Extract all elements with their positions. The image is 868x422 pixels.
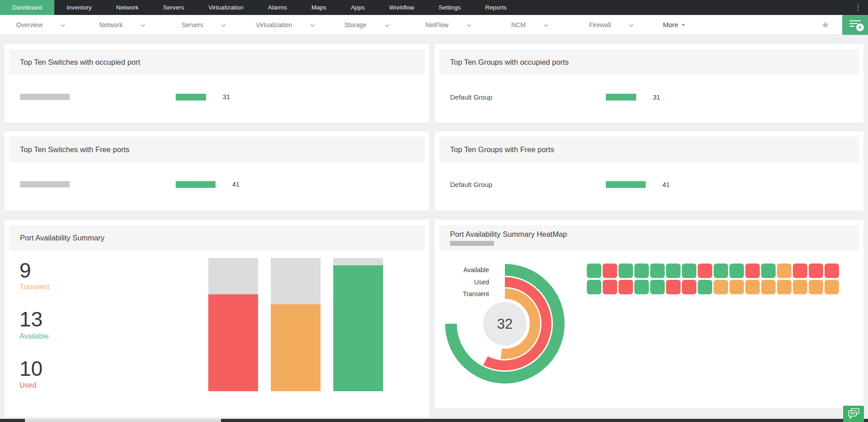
horizontal-scrollbar[interactable]	[0, 419, 868, 422]
row-value: 31	[223, 93, 230, 101]
column-remainder	[271, 258, 321, 304]
heatmap-cell[interactable]	[761, 280, 776, 294]
heatmap-cell[interactable]	[793, 264, 807, 278]
heatmap-cell[interactable]	[714, 280, 728, 294]
scrollbar-thumb[interactable]	[25, 419, 221, 422]
heatmap-cell[interactable]	[761, 264, 776, 278]
menu-line-icon	[849, 23, 858, 24]
panel-groups-occupied: Top Ten Groups with occupied ports Defau…	[435, 44, 863, 122]
panel-title: Top Ten Groups with occupied ports	[450, 58, 859, 67]
heatmap-cell[interactable]	[729, 280, 744, 294]
heatmap-cell[interactable]	[714, 264, 728, 278]
heatmap-cell[interactable]	[809, 280, 823, 294]
heatmap-cell[interactable]	[650, 264, 665, 278]
tab-more[interactable]: More	[663, 21, 685, 29]
top-ten-rows: Default Group41	[435, 181, 863, 188]
subtab-netflow[interactable]: NetFlow	[408, 21, 489, 29]
kebab-menu-icon[interactable]: ⋮	[849, 0, 868, 15]
heatmap-cell[interactable]	[745, 280, 760, 294]
nav-item-network[interactable]: Network	[104, 0, 151, 15]
caret-down-icon	[681, 24, 685, 26]
nav-item-virtualization[interactable]: Virtualization	[197, 0, 256, 15]
heatmap-cell[interactable]	[603, 280, 617, 294]
heatmap-cell[interactable]	[619, 264, 633, 278]
nav-item-workflow[interactable]: Workflow	[377, 0, 426, 15]
heatmap-cell[interactable]	[682, 280, 696, 294]
panel-header: Top Ten Switches with Free ports	[9, 137, 425, 162]
nav-item-apps[interactable]: Apps	[339, 0, 377, 15]
panel-switches-occupied: Top Ten Switches with occupied port 31	[5, 44, 429, 122]
nav-item-inventory[interactable]: Inventory	[54, 0, 104, 15]
stat-transient: 9Transient	[19, 259, 49, 291]
heatmap-cell[interactable]	[619, 280, 633, 294]
heatmap-cell[interactable]	[587, 280, 601, 294]
panel-header: Top Ten Groups with occupied ports	[439, 49, 859, 75]
heatmap-cell[interactable]	[587, 264, 601, 278]
subtab-label: Overview	[16, 21, 43, 29]
panel-header: Port Availability Summary	[9, 225, 425, 250]
chevron-down-icon	[629, 21, 633, 29]
heatmap-cell[interactable]	[666, 264, 681, 278]
chevron-down-icon	[141, 21, 145, 29]
redacted-label	[20, 181, 70, 187]
heatmap-cell[interactable]	[698, 264, 712, 278]
row-value-bar	[176, 181, 216, 188]
top-navbar: DashboardInventoryNetworkServersVirtuali…	[0, 0, 868, 15]
heatmap-cell[interactable]	[650, 280, 665, 294]
nav-item-settings[interactable]: Settings	[427, 0, 473, 15]
top-ten-row: Default Group41	[435, 181, 863, 188]
heatmap-cell[interactable]	[729, 264, 744, 278]
subtab-virtualization[interactable]: Virtualization	[245, 21, 326, 29]
subtab-label: Network	[99, 21, 122, 29]
heatmap-cell[interactable]	[666, 280, 681, 294]
chevron-down-icon	[221, 21, 226, 29]
panel-title: Port Availability Summary HeatMap	[450, 230, 859, 239]
nav-item-maps[interactable]: Maps	[299, 0, 339, 15]
heatmap-cell[interactable]	[682, 264, 696, 278]
chat-support-button[interactable]	[843, 406, 864, 422]
subtab-firewall[interactable]: Firewall	[571, 21, 652, 29]
nav-item-servers[interactable]: Servers	[151, 0, 197, 15]
ring-label-available: Available	[435, 266, 489, 273]
heatmap-cell[interactable]	[634, 264, 649, 278]
dashboard-subnav: OverviewNetworkServersVirtualizationStor…	[0, 15, 868, 35]
heatmap-cell[interactable]	[825, 264, 839, 278]
nav-item-alarms[interactable]: Alarms	[256, 0, 299, 15]
nav-item-reports[interactable]: Reports	[473, 0, 519, 15]
radial-bar-chart: 32	[437, 256, 573, 392]
stat-label: Used	[19, 381, 49, 389]
subtab-storage[interactable]: Storage	[326, 21, 408, 29]
subtab-servers[interactable]: Servers	[163, 21, 245, 29]
heatmap-cell[interactable]	[809, 264, 823, 278]
heatmap-cell[interactable]	[698, 280, 712, 294]
column-fill	[208, 294, 258, 391]
subtab-network[interactable]: Network	[82, 21, 163, 29]
subtab-label: Virtualization	[256, 21, 292, 29]
heatmap-cell[interactable]	[777, 280, 791, 294]
heatmap-cell[interactable]	[745, 264, 760, 278]
add-dashboard-button[interactable]: +	[842, 15, 868, 35]
subtab-ncm[interactable]: NCM	[489, 21, 571, 29]
row-label	[20, 181, 176, 187]
panel-header: Top Ten Switches with occupied port	[9, 49, 425, 75]
heatmap-cell[interactable]	[634, 280, 649, 294]
subtab-overview[interactable]: Overview	[0, 21, 82, 29]
heatmap-cell[interactable]	[603, 264, 617, 278]
heatmap-grid	[587, 264, 839, 294]
nav-item-dashboard[interactable]: Dashboard	[0, 0, 54, 15]
summary-stats: 9Transient13Available10Used	[19, 259, 49, 407]
top-ten-rows: 31	[5, 93, 429, 101]
heatmap-cell[interactable]	[793, 280, 807, 294]
heatmap-cell[interactable]	[825, 280, 839, 294]
favorite-star-icon[interactable]: ★	[821, 19, 830, 30]
column-remainder	[208, 258, 258, 294]
top-nav-items: DashboardInventoryNetworkServersVirtuali…	[0, 0, 519, 15]
svg-text:32: 32	[497, 316, 513, 332]
heatmap-cell[interactable]	[777, 264, 791, 278]
row-value: 41	[662, 181, 670, 188]
subtab-label: Servers	[182, 21, 203, 29]
top-ten-rows: 41	[5, 181, 429, 188]
ring-label-used: Used	[435, 278, 489, 286]
column-remainder	[333, 258, 383, 265]
row-value-bar	[606, 181, 646, 188]
